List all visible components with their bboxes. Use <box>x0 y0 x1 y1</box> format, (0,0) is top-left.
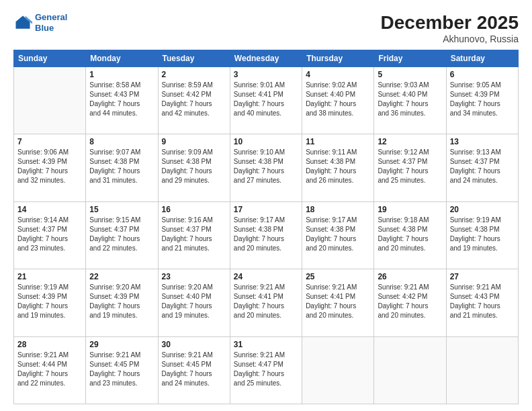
calendar-cell: 5Sunrise: 9:03 AM Sunset: 4:40 PM Daylig… <box>374 67 446 134</box>
header-row: SundayMondayTuesdayWednesdayThursdayFrid… <box>14 50 519 67</box>
day-number: 2 <box>162 70 226 79</box>
title-block: December 2025 Akhunovo, Russia <box>381 12 519 44</box>
day-number: 30 <box>162 340 226 349</box>
day-number: 10 <box>234 137 298 146</box>
day-number: 1 <box>89 70 154 79</box>
header-day-wednesday: Wednesday <box>230 50 302 67</box>
day-info: Sunrise: 9:18 AM Sunset: 4:38 PM Dayligh… <box>378 216 442 253</box>
page-subtitle: Akhunovo, Russia <box>381 34 519 44</box>
day-info: Sunrise: 9:13 AM Sunset: 4:37 PM Dayligh… <box>450 148 515 185</box>
day-number: 25 <box>306 272 370 281</box>
day-info: Sunrise: 9:21 AM Sunset: 4:41 PM Dayligh… <box>306 283 370 320</box>
day-info: Sunrise: 9:02 AM Sunset: 4:40 PM Dayligh… <box>306 81 370 118</box>
day-info: Sunrise: 9:21 AM Sunset: 4:43 PM Dayligh… <box>450 283 515 320</box>
header-day-friday: Friday <box>374 50 446 67</box>
day-info: Sunrise: 8:59 AM Sunset: 4:42 PM Dayligh… <box>162 81 226 118</box>
calendar-cell: 30Sunrise: 9:21 AM Sunset: 4:45 PM Dayli… <box>158 336 230 404</box>
day-info: Sunrise: 9:16 AM Sunset: 4:37 PM Dayligh… <box>162 216 226 253</box>
day-info: Sunrise: 9:21 AM Sunset: 4:45 PM Dayligh… <box>89 351 154 388</box>
day-number: 22 <box>89 272 154 281</box>
header: General Blue December 2025 Akhunovo, Rus… <box>13 12 519 44</box>
day-info: Sunrise: 9:21 AM Sunset: 4:42 PM Dayligh… <box>378 283 442 320</box>
week-row-4: 28Sunrise: 9:21 AM Sunset: 4:44 PM Dayli… <box>14 336 519 404</box>
day-number: 16 <box>162 205 226 214</box>
day-info: Sunrise: 9:21 AM Sunset: 4:47 PM Dayligh… <box>234 351 298 388</box>
header-day-monday: Monday <box>86 50 158 67</box>
logo-text: General Blue <box>35 12 67 33</box>
day-number: 21 <box>17 272 82 281</box>
page: General Blue December 2025 Akhunovo, Rus… <box>0 0 532 411</box>
logo-icon <box>13 13 32 32</box>
calendar-cell: 17Sunrise: 9:17 AM Sunset: 4:38 PM Dayli… <box>230 201 302 269</box>
day-info: Sunrise: 8:58 AM Sunset: 4:43 PM Dayligh… <box>89 81 154 118</box>
day-info: Sunrise: 9:10 AM Sunset: 4:38 PM Dayligh… <box>234 148 298 185</box>
header-day-thursday: Thursday <box>302 50 374 67</box>
calendar-cell: 27Sunrise: 9:21 AM Sunset: 4:43 PM Dayli… <box>446 269 518 336</box>
logo: General Blue <box>13 12 67 33</box>
svg-marker-0 <box>16 15 30 28</box>
day-number: 4 <box>306 70 370 79</box>
day-info: Sunrise: 9:03 AM Sunset: 4:40 PM Dayligh… <box>378 81 442 118</box>
calendar-cell: 21Sunrise: 9:19 AM Sunset: 4:39 PM Dayli… <box>14 269 86 336</box>
day-number: 24 <box>234 272 298 281</box>
calendar-cell <box>14 67 86 134</box>
week-row-2: 14Sunrise: 9:14 AM Sunset: 4:37 PM Dayli… <box>14 201 519 269</box>
day-info: Sunrise: 9:15 AM Sunset: 4:37 PM Dayligh… <box>89 216 154 253</box>
calendar-body: 1Sunrise: 8:58 AM Sunset: 4:43 PM Daylig… <box>14 67 519 404</box>
day-number: 6 <box>450 70 515 79</box>
day-number: 3 <box>234 70 298 79</box>
week-row-1: 7Sunrise: 9:06 AM Sunset: 4:39 PM Daylig… <box>14 134 519 201</box>
day-info: Sunrise: 9:06 AM Sunset: 4:39 PM Dayligh… <box>17 148 82 185</box>
calendar-cell: 12Sunrise: 9:12 AM Sunset: 4:37 PM Dayli… <box>374 134 446 201</box>
calendar-cell: 22Sunrise: 9:20 AM Sunset: 4:39 PM Dayli… <box>86 269 158 336</box>
calendar-cell: 3Sunrise: 9:01 AM Sunset: 4:41 PM Daylig… <box>230 67 302 134</box>
page-title: December 2025 <box>381 12 519 34</box>
day-info: Sunrise: 9:21 AM Sunset: 4:45 PM Dayligh… <box>162 351 226 388</box>
calendar-cell: 25Sunrise: 9:21 AM Sunset: 4:41 PM Dayli… <box>302 269 374 336</box>
day-number: 29 <box>89 340 154 349</box>
day-number: 19 <box>378 205 442 214</box>
day-info: Sunrise: 9:19 AM Sunset: 4:38 PM Dayligh… <box>450 216 515 253</box>
day-number: 28 <box>17 340 82 349</box>
day-number: 17 <box>234 205 298 214</box>
day-number: 13 <box>450 137 515 146</box>
header-day-sunday: Sunday <box>14 50 86 67</box>
calendar-cell <box>374 336 446 404</box>
day-info: Sunrise: 9:14 AM Sunset: 4:37 PM Dayligh… <box>17 216 82 253</box>
calendar-cell: 28Sunrise: 9:21 AM Sunset: 4:44 PM Dayli… <box>14 336 86 404</box>
day-info: Sunrise: 9:20 AM Sunset: 4:39 PM Dayligh… <box>89 283 154 320</box>
day-info: Sunrise: 9:12 AM Sunset: 4:37 PM Dayligh… <box>378 148 442 185</box>
calendar-cell: 11Sunrise: 9:11 AM Sunset: 4:38 PM Dayli… <box>302 134 374 201</box>
day-info: Sunrise: 9:17 AM Sunset: 4:38 PM Dayligh… <box>306 216 370 253</box>
calendar-cell: 18Sunrise: 9:17 AM Sunset: 4:38 PM Dayli… <box>302 201 374 269</box>
calendar-cell: 31Sunrise: 9:21 AM Sunset: 4:47 PM Dayli… <box>230 336 302 404</box>
day-info: Sunrise: 9:21 AM Sunset: 4:44 PM Dayligh… <box>17 351 82 388</box>
day-info: Sunrise: 9:01 AM Sunset: 4:41 PM Dayligh… <box>234 81 298 118</box>
day-info: Sunrise: 9:19 AM Sunset: 4:39 PM Dayligh… <box>17 283 82 320</box>
day-number: 26 <box>378 272 442 281</box>
day-info: Sunrise: 9:17 AM Sunset: 4:38 PM Dayligh… <box>234 216 298 253</box>
day-number: 27 <box>450 272 515 281</box>
calendar-table: SundayMondayTuesdayWednesdayThursdayFrid… <box>13 50 519 404</box>
day-number: 9 <box>162 137 226 146</box>
week-row-0: 1Sunrise: 8:58 AM Sunset: 4:43 PM Daylig… <box>14 67 519 134</box>
day-info: Sunrise: 9:07 AM Sunset: 4:38 PM Dayligh… <box>89 148 154 185</box>
calendar-cell: 4Sunrise: 9:02 AM Sunset: 4:40 PM Daylig… <box>302 67 374 134</box>
day-info: Sunrise: 9:21 AM Sunset: 4:41 PM Dayligh… <box>234 283 298 320</box>
day-number: 18 <box>306 205 370 214</box>
day-number: 12 <box>378 137 442 146</box>
day-number: 20 <box>450 205 515 214</box>
day-number: 11 <box>306 137 370 146</box>
week-row-3: 21Sunrise: 9:19 AM Sunset: 4:39 PM Dayli… <box>14 269 519 336</box>
calendar-cell: 6Sunrise: 9:05 AM Sunset: 4:39 PM Daylig… <box>446 67 518 134</box>
calendar-cell: 19Sunrise: 9:18 AM Sunset: 4:38 PM Dayli… <box>374 201 446 269</box>
calendar-cell: 1Sunrise: 8:58 AM Sunset: 4:43 PM Daylig… <box>86 67 158 134</box>
calendar-cell: 26Sunrise: 9:21 AM Sunset: 4:42 PM Dayli… <box>374 269 446 336</box>
day-number: 14 <box>17 205 82 214</box>
day-number: 5 <box>378 70 442 79</box>
day-number: 15 <box>89 205 154 214</box>
day-number: 8 <box>89 137 154 146</box>
header-day-saturday: Saturday <box>446 50 518 67</box>
calendar-cell: 24Sunrise: 9:21 AM Sunset: 4:41 PM Dayli… <box>230 269 302 336</box>
calendar-cell: 16Sunrise: 9:16 AM Sunset: 4:37 PM Dayli… <box>158 201 230 269</box>
